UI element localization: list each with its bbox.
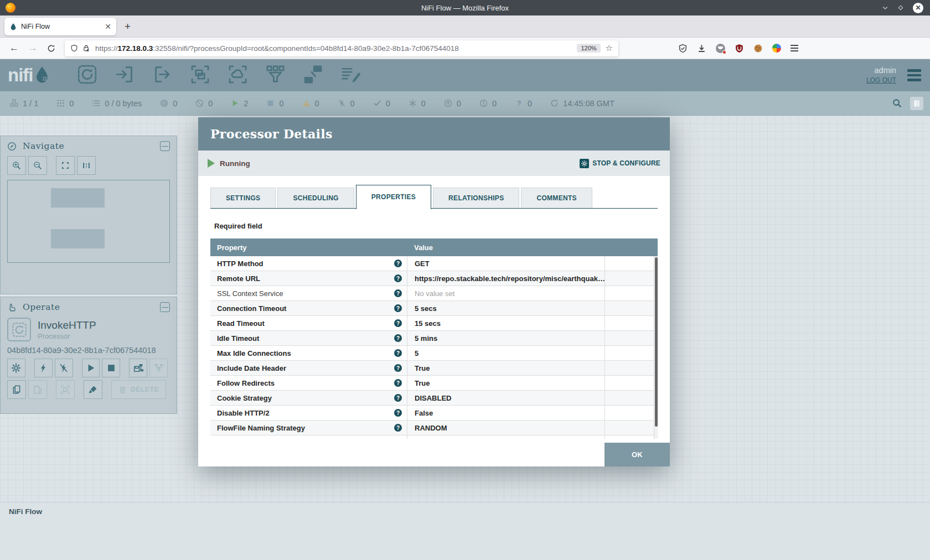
property-value-cell[interactable]: No value set: [407, 286, 604, 300]
window-maximize-icon[interactable]: [897, 4, 904, 11]
brush-button[interactable]: [84, 380, 102, 399]
url-bar[interactable]: https://172.18.0.3:32558/nifi/?processGr…: [65, 40, 618, 56]
property-help-icon[interactable]: ?: [394, 349, 402, 357]
pocket-shield-icon[interactable]: [678, 44, 688, 53]
tab-relationships[interactable]: RELATIONSHIPS: [433, 188, 519, 209]
property-help-icon[interactable]: ?: [394, 319, 402, 327]
property-help-icon[interactable]: ?: [394, 304, 402, 312]
actual-size-button[interactable]: [77, 156, 96, 175]
property-value-cell[interactable]: False: [407, 406, 604, 420]
window-close-icon[interactable]: ✕: [913, 3, 923, 13]
logout-link[interactable]: LOG OUT: [866, 76, 896, 84]
property-row[interactable]: Proxy Configuration Service?No value set: [210, 435, 658, 439]
property-row[interactable]: Follow Redirects?True: [210, 376, 658, 391]
property-row[interactable]: Idle Timeout?5 mins: [210, 331, 658, 346]
property-value-cell[interactable]: RANDOM: [407, 421, 604, 435]
property-value-cell[interactable]: 15 secs: [407, 316, 604, 330]
property-help-icon[interactable]: ?: [394, 424, 402, 432]
stop-and-configure-button[interactable]: STOP & CONFIGURE: [580, 159, 660, 168]
property-help-icon[interactable]: ?: [394, 260, 402, 267]
property-row[interactable]: Read Timeout?15 secs: [210, 316, 658, 331]
property-help-icon[interactable]: ?: [394, 274, 402, 282]
play-button[interactable]: [82, 359, 100, 377]
property-value-cell[interactable]: 5 mins: [407, 331, 604, 345]
forward-button[interactable]: →: [28, 43, 38, 54]
property-help-icon[interactable]: ?: [394, 409, 402, 417]
input-port-tool[interactable]: [113, 63, 136, 88]
zoom-out-button[interactable]: [28, 156, 47, 175]
back-button[interactable]: ←: [9, 43, 19, 54]
property-value-cell[interactable]: DISABLED: [407, 391, 604, 405]
property-row[interactable]: Disable HTTP/2?False: [210, 406, 658, 421]
minimap[interactable]: [7, 180, 170, 263]
extension-pinwheel-icon[interactable]: [772, 44, 781, 53]
label-tool[interactable]: [339, 63, 362, 88]
property-value-cell[interactable]: GET: [407, 256, 604, 271]
zoom-in-button[interactable]: [7, 156, 26, 175]
reload-button[interactable]: [47, 44, 55, 53]
tab-close-icon[interactable]: ✕: [105, 22, 111, 31]
ublock-icon[interactable]: [735, 44, 744, 53]
property-help-icon[interactable]: ?: [394, 379, 402, 387]
table-scrollbar[interactable]: [654, 256, 658, 439]
gear-button[interactable]: [7, 359, 25, 377]
cookie-icon[interactable]: [753, 44, 763, 53]
property-row[interactable]: Connection Timeout?5 secs: [210, 301, 658, 316]
property-row[interactable]: Remote URL?https://repo.stackable.tech/r…: [210, 271, 658, 286]
trash-button[interactable]: DELETE: [111, 380, 166, 399]
bolt-button[interactable]: [34, 359, 53, 377]
new-tab-button[interactable]: +: [125, 21, 131, 32]
stop-button[interactable]: [102, 359, 120, 377]
property-help-icon[interactable]: ?: [394, 364, 402, 372]
ok-button[interactable]: OK: [604, 443, 670, 466]
operate-collapse-button[interactable]: —: [160, 302, 170, 312]
zoom-level-badge[interactable]: 120%: [577, 44, 600, 53]
search-icon[interactable]: [892, 98, 902, 108]
browser-menu-icon[interactable]: [790, 45, 798, 51]
property-value-cell[interactable]: 5 secs: [407, 301, 604, 315]
processor-tool[interactable]: [76, 63, 99, 88]
navigate-collapse-button[interactable]: —: [160, 141, 170, 151]
browser-tab[interactable]: NiFi Flow ✕: [4, 18, 116, 35]
funnel-tool[interactable]: [264, 63, 287, 88]
output-port-tool[interactable]: [151, 63, 174, 88]
scrollbar-thumb[interactable]: [655, 257, 658, 427]
property-row[interactable]: Cookie Strategy?DISABLED: [210, 391, 658, 406]
tab-settings[interactable]: SETTINGS: [210, 188, 276, 209]
property-row[interactable]: Max Idle Connections?5: [210, 346, 658, 361]
tracking-shield-icon[interactable]: [70, 44, 78, 52]
process-group-tool[interactable]: [189, 63, 211, 88]
paste-button[interactable]: [28, 380, 47, 399]
bolt-slash-button[interactable]: [55, 359, 73, 377]
copy-button[interactable]: [7, 380, 26, 399]
property-row[interactable]: Include Date Header?True: [210, 361, 658, 376]
bulletin-panel-toggle[interactable]: [910, 97, 923, 110]
property-row[interactable]: FlowFile Naming Strategy?RANDOM: [210, 421, 658, 435]
global-menu-icon[interactable]: [907, 69, 921, 81]
property-value-cell[interactable]: No value set: [407, 435, 604, 439]
fit-button[interactable]: [56, 156, 75, 175]
property-help-icon[interactable]: ?: [394, 289, 402, 297]
property-value-cell[interactable]: https://repo.stackable.tech/repository/m…: [407, 271, 604, 286]
property-row[interactable]: SSL Context Service?No value set: [210, 286, 658, 301]
property-value-cell[interactable]: 5: [407, 346, 604, 360]
tab-properties[interactable]: PROPERTIES: [356, 185, 431, 209]
property-value-cell[interactable]: True: [407, 361, 604, 375]
property-help-icon[interactable]: ?: [394, 334, 402, 342]
lock-warning-icon[interactable]: [82, 44, 90, 52]
property-value-cell[interactable]: True: [407, 376, 604, 390]
tab-scheduling[interactable]: SCHEDULING: [277, 188, 354, 209]
template-tool[interactable]: [302, 63, 324, 88]
property-help-icon[interactable]: ?: [394, 394, 402, 402]
upload-template-button[interactable]: [149, 359, 168, 377]
multi-account-mask-icon[interactable]: [716, 44, 725, 53]
tab-comments[interactable]: COMMENTS: [521, 188, 592, 209]
bookmark-star-icon[interactable]: ☆: [606, 43, 613, 53]
remote-process-group-tool[interactable]: [226, 63, 249, 88]
downloads-icon[interactable]: [697, 44, 706, 53]
breadcrumb[interactable]: NiFi Flow: [9, 507, 42, 516]
property-row[interactable]: HTTP Method?GET: [210, 256, 658, 271]
group-button[interactable]: [56, 380, 75, 399]
window-minimize-icon[interactable]: [882, 4, 888, 11]
save-flow-button[interactable]: [129, 359, 147, 377]
